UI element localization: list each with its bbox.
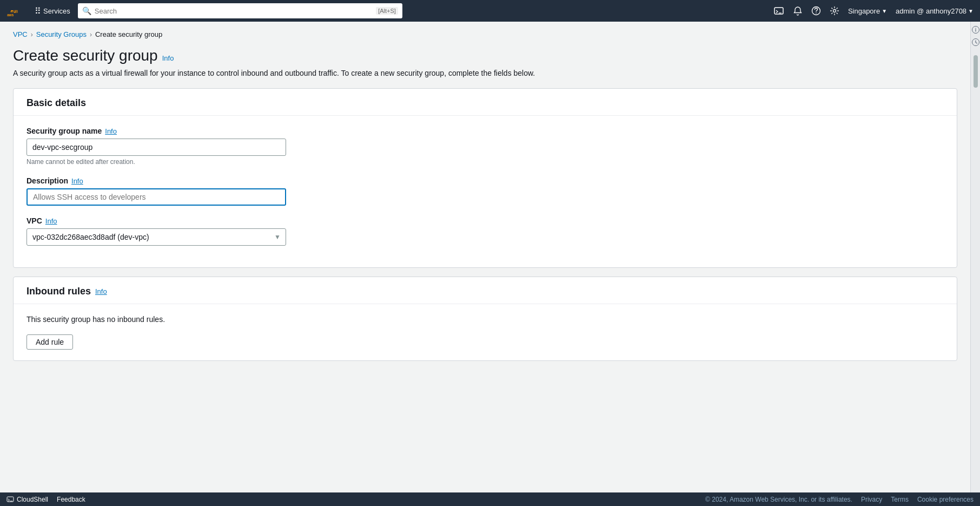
svg-point-4 <box>833 10 836 12</box>
region-dropdown-icon: ▼ <box>882 8 887 14</box>
page-title: Create security group <box>13 47 158 64</box>
help-icon[interactable] <box>811 6 821 16</box>
svg-point-3 <box>816 12 817 14</box>
inbound-rules-title: Inbound rules <box>27 286 91 297</box>
add-rule-button[interactable]: Add rule <box>27 334 73 350</box>
bell-icon[interactable] <box>793 6 803 16</box>
breadcrumb-vpc[interactable]: VPC <box>13 30 28 38</box>
breadcrumb: VPC › Security Groups › Create security … <box>13 30 957 38</box>
search-input[interactable] <box>95 7 373 15</box>
search-icon: 🔍 <box>82 6 91 15</box>
history-panel-icon[interactable] <box>972 38 979 48</box>
cloudshell-icon[interactable] <box>773 5 784 16</box>
security-group-name-field: Security group name Info Name cannot be … <box>27 127 944 166</box>
vpc-label-text: VPC <box>27 216 42 225</box>
region-label: Singapore <box>848 7 880 15</box>
basic-details-header: Basic details <box>14 89 957 116</box>
nav-right-section: Singapore ▼ admin @ anthony2708 ▼ <box>773 5 974 16</box>
description-input[interactable] <box>27 188 286 206</box>
aws-logo[interactable]: aws <box>6 4 27 17</box>
grid-icon: ⠿ <box>35 6 41 16</box>
info-panel-icon[interactable] <box>972 26 979 35</box>
search-shortcut: [Alt+S] <box>376 7 398 15</box>
scrollbar-thumb[interactable] <box>974 55 978 88</box>
vpc-label: VPC Info <box>27 216 944 225</box>
vpc-select-wrapper: vpc-032dc268aec3d8adf (dev-vpc) ▼ <box>27 228 286 246</box>
security-group-name-label: Security group name Info <box>27 127 944 135</box>
desc-info-link[interactable]: Info <box>71 177 83 185</box>
main-content: VPC › Security Groups › Create security … <box>0 22 970 492</box>
sg-name-hint: Name cannot be edited after creation. <box>27 158 944 166</box>
breadcrumb-security-groups[interactable]: Security Groups <box>36 30 87 38</box>
vpc-info-link[interactable]: Info <box>45 217 57 225</box>
description-label: Description Info <box>27 176 944 185</box>
breadcrumb-sep-2: › <box>90 31 92 38</box>
inbound-rules-card: Inbound rules Info This security group h… <box>13 277 957 361</box>
basic-details-body: Security group name Info Name cannot be … <box>14 116 957 267</box>
user-dropdown-icon: ▼ <box>968 8 974 14</box>
vpc-field: VPC Info vpc-032dc268aec3d8adf (dev-vpc)… <box>27 216 944 246</box>
basic-details-card: Basic details Security group name Info N… <box>13 88 957 268</box>
vpc-select[interactable]: vpc-032dc268aec3d8adf (dev-vpc) <box>27 228 286 246</box>
search-bar[interactable]: 🔍 [Alt+S] <box>78 3 402 18</box>
page-info-link[interactable]: Info <box>162 54 174 62</box>
security-group-name-input[interactable] <box>27 139 286 156</box>
no-rules-text: This security group has no inbound rules… <box>27 315 944 324</box>
user-menu[interactable]: admin @ anthony2708 ▼ <box>896 7 974 15</box>
region-selector[interactable]: Singapore ▼ <box>848 7 887 15</box>
settings-icon[interactable] <box>830 6 839 16</box>
user-label: admin @ anthony2708 <box>896 7 966 15</box>
top-navigation: aws ⠿ Services 🔍 [Alt+S] <box>0 0 980 22</box>
scrollbar-track[interactable] <box>974 50 978 490</box>
svg-text:aws: aws <box>7 13 14 17</box>
inbound-rules-header: Inbound rules Info <box>14 277 957 304</box>
basic-details-title: Basic details <box>27 97 86 108</box>
sg-name-label-text: Security group name <box>27 127 102 135</box>
breadcrumb-current: Create security group <box>95 30 162 38</box>
page-title-row: Create security group Info <box>13 47 957 64</box>
sg-name-info-link[interactable]: Info <box>105 127 117 135</box>
breadcrumb-sep-1: › <box>31 31 33 38</box>
services-label: Services <box>43 7 70 15</box>
desc-label-text: Description <box>27 176 68 185</box>
description-field: Description Info <box>27 176 944 206</box>
right-panel <box>970 22 980 492</box>
inbound-rules-info-link[interactable]: Info <box>95 287 107 295</box>
services-menu[interactable]: ⠿ Services <box>31 4 74 18</box>
page-description: A security group acts as a virtual firew… <box>13 69 581 77</box>
inbound-rules-body: This security group has no inbound rules… <box>14 304 957 360</box>
